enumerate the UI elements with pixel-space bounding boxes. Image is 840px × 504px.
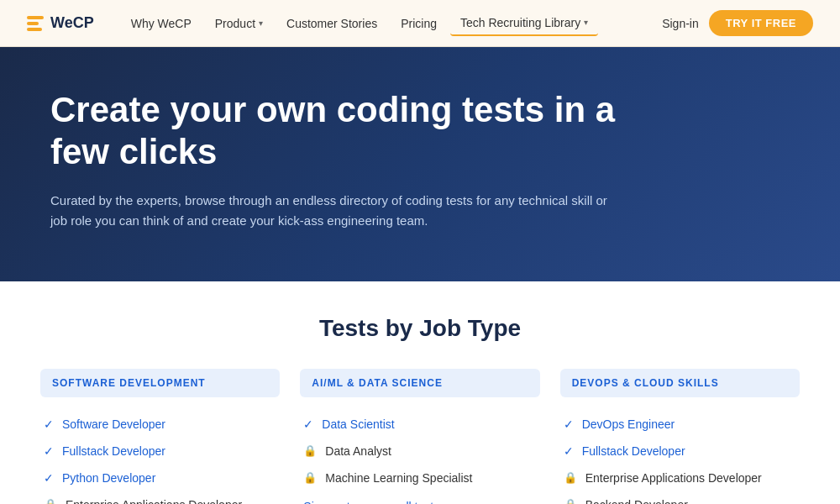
list-item[interactable]: ✓ Fullstack Developer xyxy=(40,438,280,465)
column-header-devops: DEVOPS & CLOUD SKILLS xyxy=(560,369,800,397)
nav-why-wecp[interactable]: Why WeCP xyxy=(121,12,202,35)
chevron-down-icon: ▾ xyxy=(584,18,588,27)
check-icon: ✓ xyxy=(303,417,313,431)
lock-icon: 🔒 xyxy=(303,471,317,484)
check-icon: ✓ xyxy=(44,471,54,485)
check-icon: ✓ xyxy=(44,444,54,458)
lock-icon: 🔒 xyxy=(303,444,317,457)
column-aiml: AI/ML & DATA SCIENCE ✓ Data Scientist 🔒 … xyxy=(300,369,539,504)
column-header-aiml: AI/ML & DATA SCIENCE xyxy=(300,369,539,397)
hero-subtitle: Curated by the experts, browse through a… xyxy=(50,191,622,231)
list-item[interactable]: ✓ Software Developer xyxy=(40,411,280,438)
list-item: 🔒 Machine Learning Specialist xyxy=(300,465,539,491)
signup-link-aiml[interactable]: Sign up to access all tests xyxy=(300,491,539,504)
section-title: Tests by Job Type xyxy=(40,315,800,342)
hero-title: Create your own coding tests in a few cl… xyxy=(50,89,638,174)
list-item: 🔒 Data Analyst xyxy=(300,438,539,465)
lock-icon: 🔒 xyxy=(44,498,57,504)
check-icon: ✓ xyxy=(564,444,574,458)
logo[interactable]: WeCP xyxy=(27,14,94,32)
logo-bar-2 xyxy=(27,22,39,25)
job-type-columns: SOFTWARE DEVELOPMENT ✓ Software Develope… xyxy=(40,369,800,504)
nav-pricing[interactable]: Pricing xyxy=(391,12,447,35)
column-devops: DEVOPS & CLOUD SKILLS ✓ DevOps Engineer … xyxy=(560,369,800,504)
list-item: 🔒 Backend Developer xyxy=(560,491,800,504)
lock-icon: 🔒 xyxy=(564,498,577,504)
column-software-dev: SOFTWARE DEVELOPMENT ✓ Software Develope… xyxy=(40,369,280,504)
signin-link[interactable]: Sign-in xyxy=(652,12,709,35)
list-item[interactable]: ✓ Data Scientist xyxy=(300,411,539,438)
check-icon: ✓ xyxy=(564,417,574,431)
logo-bar-1 xyxy=(27,16,44,19)
check-icon: ✓ xyxy=(44,417,54,431)
nav-tech-library[interactable]: Tech Recruiting Library ▾ xyxy=(450,11,598,36)
logo-text: WeCP xyxy=(50,14,94,32)
list-item[interactable]: ✓ Fullstack Developer xyxy=(560,438,800,465)
nav-customer-stories[interactable]: Customer Stories xyxy=(276,12,387,35)
try-free-button[interactable]: TRY IT FREE xyxy=(709,10,813,36)
logo-icon xyxy=(27,16,44,31)
lock-icon: 🔒 xyxy=(564,471,577,484)
list-item[interactable]: ✓ DevOps Engineer xyxy=(560,411,800,438)
list-item[interactable]: ✓ Python Developer xyxy=(40,465,280,491)
column-header-software: SOFTWARE DEVELOPMENT xyxy=(40,369,280,397)
hero-section: Create your own coding tests in a few cl… xyxy=(0,47,840,281)
chevron-down-icon: ▾ xyxy=(259,18,263,28)
list-item: 🔒 Enterprise Applications Developer xyxy=(560,465,800,491)
main-content: Tests by Job Type SOFTWARE DEVELOPMENT ✓… xyxy=(0,281,840,504)
logo-bar-3 xyxy=(27,28,42,31)
navbar: WeCP Why WeCP Product ▾ Customer Stories… xyxy=(0,0,840,47)
nav-links: Why WeCP Product ▾ Customer Stories Pric… xyxy=(121,11,652,36)
nav-product[interactable]: Product ▾ xyxy=(205,12,273,35)
list-item: 🔒 Enterprise Applications Developer xyxy=(40,491,280,504)
